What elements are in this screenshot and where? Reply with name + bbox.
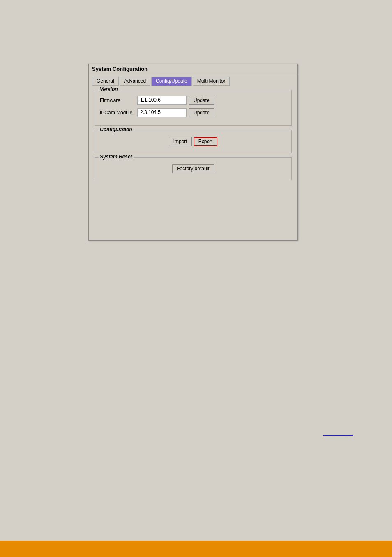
ipcam-value: 2.3.104.5: [137, 108, 187, 117]
tab-config-update[interactable]: Config/Update: [151, 77, 192, 86]
import-button[interactable]: Import: [169, 137, 192, 146]
page-background: System Configuration General Advanced Co…: [0, 0, 392, 557]
system-reset-section: System Reset Factory default: [95, 157, 292, 180]
system-reset-legend: System Reset: [98, 154, 134, 160]
firmware-label: Firmware: [100, 97, 135, 103]
firmware-value: 1.1.100.6: [137, 96, 187, 105]
configuration-legend: Configuration: [98, 127, 134, 132]
panel-title: System Configuration: [89, 64, 297, 74]
config-buttons-row: Import Export: [100, 134, 286, 148]
version-legend: Version: [98, 86, 120, 92]
ipcam-label: IPCam Module: [100, 110, 135, 116]
orange-footer-bar: [0, 541, 392, 557]
export-button[interactable]: Export: [194, 137, 218, 146]
tabs-row: General Advanced Config/Update Multi Mon…: [89, 74, 297, 86]
factory-default-button[interactable]: Factory default: [172, 164, 214, 173]
firmware-update-button[interactable]: Update: [189, 96, 214, 105]
tab-general[interactable]: General: [92, 77, 119, 86]
tab-content-area: Version Firmware 1.1.100.6 Update IPCam …: [89, 86, 297, 188]
tab-advanced[interactable]: Advanced: [120, 77, 150, 86]
firmware-row: Firmware 1.1.100.6 Update: [100, 96, 286, 105]
version-section: Version Firmware 1.1.100.6 Update IPCam …: [95, 90, 292, 126]
configuration-section: Configuration Import Export: [95, 130, 292, 153]
bottom-link[interactable]: ___________: [323, 430, 353, 436]
ipcam-update-button[interactable]: Update: [189, 108, 214, 117]
panel-title-text: System Configuration: [92, 66, 148, 72]
system-configuration-panel: System Configuration General Advanced Co…: [88, 64, 298, 241]
system-reset-buttons-row: Factory default: [100, 161, 286, 175]
tab-multi-monitor[interactable]: Multi Monitor: [193, 77, 230, 86]
ipcam-row: IPCam Module 2.3.104.5 Update: [100, 108, 286, 117]
